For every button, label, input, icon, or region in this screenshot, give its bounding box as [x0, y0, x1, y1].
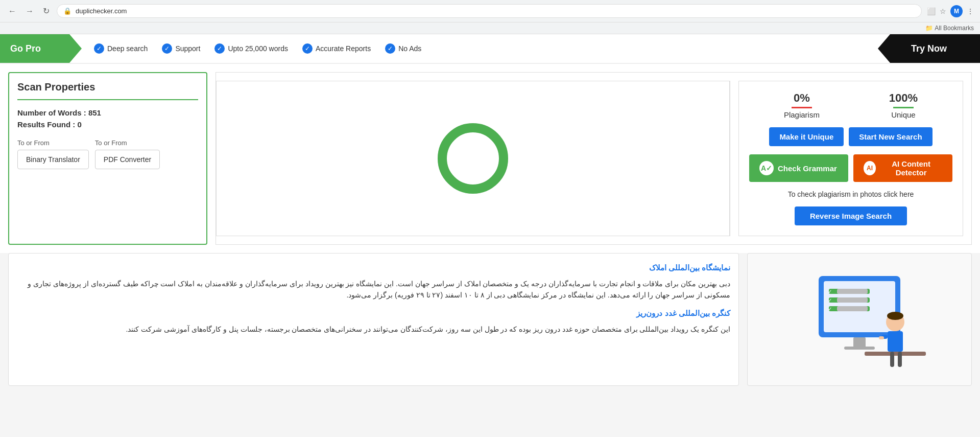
svg-text:✓: ✓	[828, 306, 832, 312]
donut-chart-panel	[216, 81, 730, 236]
svg-rect-20	[890, 352, 894, 367]
security-icon: 🔒	[63, 7, 71, 15]
svg-point-22	[887, 312, 903, 320]
plagiarism-line	[792, 107, 812, 108]
grammar-ai-row: A✓ Check Grammar AI AI Content Detector	[749, 154, 952, 182]
svg-rect-21	[898, 352, 902, 367]
scan-properties-panel: Scan Properties Number of Words : 851 Re…	[8, 72, 207, 245]
folder-icon: 📁	[925, 25, 933, 32]
image-results-panel: ✓ ✓ ✓	[747, 253, 972, 386]
svg-rect-12	[837, 306, 868, 311]
check-icon-1: ✓	[94, 43, 104, 54]
svg-rect-19	[865, 352, 926, 356]
url-text: duplichecker.com	[76, 7, 915, 15]
feature-reports: ✓ Accurate Reports	[302, 43, 371, 54]
plagiarism-label: Plagiarism	[784, 110, 820, 119]
section1-title: نمایشگاه بین‌المللی املاک	[17, 262, 730, 274]
browser-chrome: ← → ↻ 🔒 duplichecker.com ⬜ ☆ M ⋮	[0, 0, 980, 22]
svg-rect-16	[888, 331, 903, 352]
check-icon-3: ✓	[214, 43, 225, 54]
pdf-converter-section: To or From PDF Converter	[95, 139, 160, 169]
grammar-icon: A✓	[759, 161, 774, 175]
make-it-unique-button[interactable]: Make it Unique	[769, 127, 844, 146]
ai-content-detector-button[interactable]: AI AI Content Detector	[853, 154, 952, 182]
unique-label: Unique	[889, 110, 918, 119]
word-stats: Number of Words : 851 Results Found : 0	[17, 108, 198, 129]
check-grammar-button[interactable]: A✓ Check Grammar	[749, 154, 848, 182]
donut-chart	[432, 118, 514, 199]
plagiarism-stat: 0% Plagiarism	[784, 91, 820, 119]
menu-icon[interactable]: ⋮	[967, 7, 974, 15]
feature-support: ✓ Support	[162, 43, 200, 54]
bookmarks-label[interactable]: All Bookmarks	[935, 25, 974, 32]
donut-svg	[432, 118, 514, 199]
back-button[interactable]: ←	[6, 5, 18, 18]
unique-stat: 100% Unique	[889, 91, 918, 119]
number-of-words: Number of Words : 851	[17, 108, 198, 117]
start-new-search-button[interactable]: Start New Search	[849, 127, 932, 146]
svg-rect-18	[879, 336, 884, 339]
reverse-image-search-button[interactable]: Reverse Image Search	[795, 206, 907, 225]
section2-body: این کنگره یک رویداد بین‌المللی برای متخص…	[17, 324, 730, 335]
svg-rect-6	[837, 289, 868, 294]
bookmarks-bar: 📁 All Bookmarks	[0, 22, 980, 34]
binary-translator-button[interactable]: Binary Translator	[17, 150, 89, 169]
binary-translator-section: To or From Binary Translator	[17, 139, 89, 169]
address-bar[interactable]: 🔒 duplichecker.com	[57, 4, 922, 18]
results-found: Results Found : 0	[17, 120, 198, 129]
results-panel: 0% Plagiarism 100% Unique Make it Unique…	[738, 81, 963, 236]
refresh-button[interactable]: ↻	[41, 4, 52, 18]
svg-rect-14	[844, 347, 875, 350]
ai-icon: AI	[864, 161, 876, 175]
scan-properties-title: Scan Properties	[17, 81, 198, 100]
go-pro-features: ✓ Deep search ✓ Support ✓ Upto 25,000 wo…	[82, 43, 878, 54]
forward-button[interactable]: →	[23, 5, 36, 18]
go-pro-banner: Go Pro ✓ Deep search ✓ Support ✓ Upto 25…	[0, 34, 980, 64]
check-icon-5: ✓	[385, 43, 395, 54]
pdf-converter-button[interactable]: PDF Converter	[95, 150, 160, 169]
action-buttons-row: Make it Unique Start New Search	[749, 127, 952, 146]
plagiarism-percent: 0%	[784, 91, 820, 105]
bottom-area: نمایشگاه بین‌المللی املاک دبی بهترین مکا…	[0, 253, 980, 394]
try-now-button[interactable]: Try Now	[878, 34, 980, 63]
browser-actions: ⬜ ☆ M ⋮	[927, 5, 974, 17]
stats-row: 0% Plagiarism 100% Unique	[749, 91, 952, 119]
svg-point-1	[442, 128, 504, 189]
converters: To or From Binary Translator To or From …	[17, 139, 198, 169]
feature-words: ✓ Upto 25,000 words	[214, 43, 288, 54]
bookmark-icon[interactable]: ☆	[940, 7, 946, 15]
unique-percent: 100%	[889, 91, 918, 105]
svg-text:✓: ✓	[828, 289, 832, 294]
check-icon-2: ✓	[162, 43, 172, 54]
main-area: Scan Properties Number of Words : 851 Re…	[0, 64, 980, 253]
text-results-panel[interactable]: نمایشگاه بین‌المللی املاک دبی بهترین مکا…	[8, 253, 739, 386]
svg-rect-13	[853, 337, 866, 348]
go-pro-label: Go Pro	[0, 34, 82, 63]
section2-title: کنگره بین‌المللی غدد درون‌ریز	[17, 307, 730, 319]
feature-deep-search: ✓ Deep search	[94, 43, 148, 54]
check-icon-4: ✓	[302, 43, 313, 54]
plagiarism-photo-text: To check plagiarism in photos click here	[749, 190, 952, 198]
converter1-label: To or From	[17, 139, 89, 147]
avatar[interactable]: M	[950, 5, 963, 17]
svg-rect-9	[837, 297, 868, 303]
feature-no-ads: ✓ No Ads	[385, 43, 421, 54]
cast-icon[interactable]: ⬜	[927, 7, 936, 15]
section1-body: دبی بهترین مکان برای ملاقات و انجام تجار…	[17, 278, 730, 301]
center-right-wrapper: 0% Plagiarism 100% Unique Make it Unique…	[216, 72, 972, 245]
illustration-svg: ✓ ✓ ✓	[788, 261, 931, 378]
unique-line	[893, 107, 914, 108]
converter2-label: To or From	[95, 139, 160, 147]
divider	[730, 81, 730, 236]
svg-text:✓: ✓	[828, 297, 832, 303]
